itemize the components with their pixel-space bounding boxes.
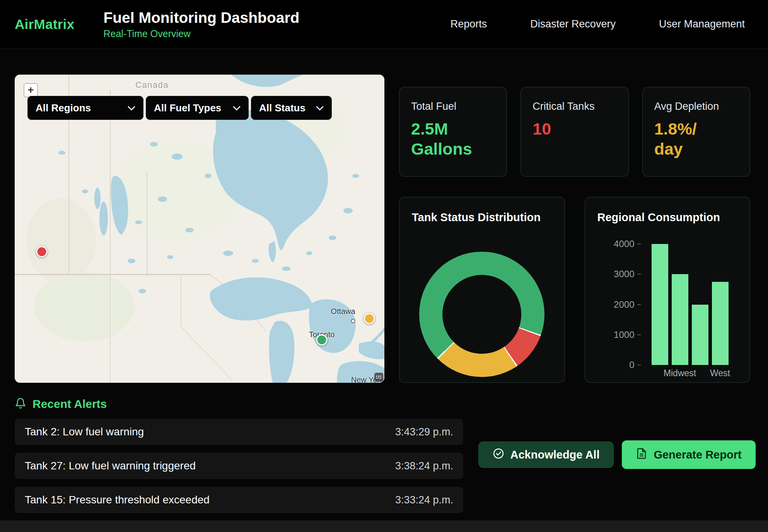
alerts-header: Recent Alerts — [15, 397, 753, 411]
map-label-canada: Canada — [135, 80, 169, 90]
alert-timestamp: 3:43:29 p.m. — [395, 426, 453, 438]
alert-row[interactable]: Tank 27: Low fuel warning triggered 3:38… — [15, 453, 463, 479]
alert-message: Tank 27: Low fuel warning triggered — [25, 460, 196, 472]
stat-label: Avg Depletion — [654, 101, 738, 113]
fuel-type-filter-value: All Fuel Types — [154, 102, 221, 114]
generate-report-label: Generate Report — [654, 448, 741, 461]
alerts-title: Recent Alerts — [32, 397, 107, 411]
status-filter-value: All Status — [259, 102, 305, 114]
nav-reports[interactable]: Reports — [451, 18, 487, 30]
stat-value-total-fuel: 2.5M Gallons — [411, 119, 495, 159]
tank-status-chart-card: Tank Status Distribution — [399, 197, 565, 383]
chevron-down-icon — [316, 106, 324, 111]
bars — [652, 244, 729, 365]
bar — [672, 274, 688, 365]
recent-alerts-section: Recent Alerts Tank 2: Low fuel warning 3… — [0, 383, 768, 513]
page-title: Fuel Monitoring Dashboard — [103, 9, 299, 26]
circle-check-icon — [493, 448, 504, 462]
tank-map[interactable]: + All Regions All Fuel Types All Status — [15, 75, 384, 383]
bar — [712, 282, 729, 365]
y-axis-tick: 4000 — [614, 239, 640, 249]
bar-labels: MidwestWest — [652, 368, 729, 379]
bar-x-label — [692, 368, 708, 379]
brand-logo: AirMatrix — [15, 17, 74, 32]
main-content: + All Regions All Fuel Types All Status — [0, 49, 768, 383]
alert-row[interactable]: Tank 2: Low fuel warning 3:43:29 p.m. — [15, 419, 463, 445]
charts-row: Tank Status Distribution Regional Consum… — [399, 197, 750, 383]
bar — [692, 305, 708, 365]
bar — [652, 244, 668, 365]
alert-timestamp: 3:38:24 p.m. — [395, 460, 453, 472]
map-filters: All Regions All Fuel Types All Status — [27, 96, 332, 120]
stat-card-total-fuel: Total Fuel 2.5M Gallons — [399, 87, 507, 177]
bell-icon — [15, 397, 26, 411]
y-axis-tick: 3000 — [614, 269, 640, 280]
status-filter-dropdown[interactable]: All Status — [251, 96, 332, 120]
city-dot-ottawa — [351, 319, 355, 323]
tank-status-donut — [419, 252, 544, 377]
map-zoom-in-button[interactable]: + — [24, 83, 38, 97]
document-icon — [636, 448, 647, 462]
alert-list: Tank 2: Low fuel warning 3:43:29 p.m. Ta… — [15, 419, 463, 513]
stat-value-critical-tanks: 10 — [532, 119, 616, 139]
bar-x-label: West — [712, 368, 729, 379]
nav-disaster-recovery[interactable]: Disaster Recovery — [530, 18, 616, 30]
title-block: Fuel Monitoring Dashboard Real-Time Over… — [103, 9, 299, 39]
stat-cards-row: Total Fuel 2.5M Gallons Critical Tanks 1… — [399, 87, 750, 177]
alert-message: Tank 2: Low fuel warning — [25, 426, 144, 438]
nav-user-management[interactable]: User Management — [659, 18, 745, 30]
bar-x-label: Midwest — [672, 368, 688, 379]
stat-card-critical-tanks: Critical Tanks 10 — [521, 87, 628, 177]
app-header: AirMatrix Fuel Monitoring Dashboard Real… — [0, 0, 768, 49]
alerts-body: Tank 2: Low fuel warning 3:43:29 p.m. Ta… — [15, 419, 753, 513]
y-axis-tick: 2000 — [614, 299, 640, 310]
region-filter-dropdown[interactable]: All Regions — [27, 96, 143, 120]
bar-y-axis: 01000200030004000 — [585, 244, 641, 365]
y-axis-tick: 1000 — [614, 329, 640, 340]
alert-row[interactable]: Tank 15: Pressure threshold exceeded 3:3… — [15, 487, 463, 513]
regional-consumption-chart-card: Regional Consumption 01000200030004000 M… — [585, 197, 751, 383]
chevron-down-icon — [128, 106, 135, 111]
tank-marker-critical[interactable] — [36, 246, 48, 257]
acknowledge-all-button[interactable]: Acknowledge All — [478, 442, 614, 468]
bottom-dock-bar — [0, 520, 768, 532]
tank-marker-warning[interactable] — [364, 313, 375, 324]
map-label-ottawa: Ottawa — [331, 307, 355, 316]
stat-label: Critical Tanks — [532, 101, 616, 113]
alert-message: Tank 15: Pressure threshold exceeded — [25, 494, 210, 506]
map-attribution-toggle-icon[interactable] — [374, 373, 383, 382]
y-axis-tick: 0 — [629, 360, 640, 370]
generate-report-button[interactable]: Generate Report — [622, 440, 756, 469]
stat-value-avg-depletion: 1.8%/ day — [654, 119, 738, 159]
fuel-type-filter-dropdown[interactable]: All Fuel Types — [146, 96, 249, 120]
alert-actions: Acknowledge All Generate Report — [478, 442, 756, 469]
chart-title: Tank Status Distribution — [412, 211, 552, 224]
chevron-down-icon — [233, 106, 241, 111]
main-nav: Reports Disaster Recovery User Managemen… — [451, 18, 745, 30]
tank-marker-normal[interactable] — [316, 334, 328, 346]
stat-card-avg-depletion: Avg Depletion 1.8%/ day — [642, 87, 750, 177]
stat-label: Total Fuel — [411, 101, 495, 113]
acknowledge-all-label: Acknowledge All — [510, 448, 600, 461]
region-filter-value: All Regions — [36, 102, 91, 114]
alert-timestamp: 3:33:24 p.m. — [395, 494, 453, 506]
right-column: Total Fuel 2.5M Gallons Critical Tanks 1… — [399, 75, 750, 383]
page-subtitle: Real-Time Overview — [103, 28, 299, 39]
regional-consumption-bar-chart: 01000200030004000 MidwestWest — [585, 197, 750, 382]
